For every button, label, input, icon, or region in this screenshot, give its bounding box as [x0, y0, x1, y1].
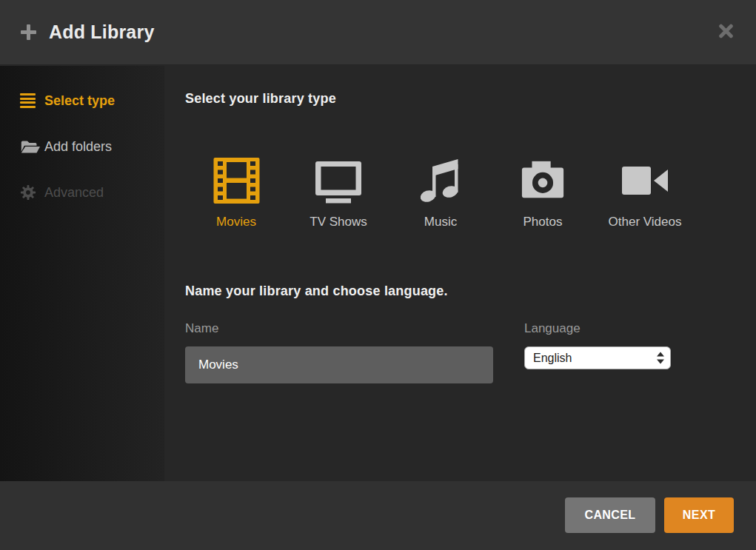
music-note-icon [417, 156, 464, 205]
dialog-footer: CANCEL NEXT [0, 481, 756, 550]
folder-icon [20, 138, 44, 155]
name-language-heading: Name your library and choose language. [185, 284, 448, 299]
wizard-steps-sidebar: Select type Add folders [0, 66, 164, 481]
next-button[interactable]: NEXT [664, 497, 734, 533]
sidebar-item-select-type[interactable]: Select type [0, 78, 164, 124]
library-name-input[interactable] [185, 346, 493, 383]
list-icon [20, 93, 44, 108]
language-select[interactable]: English [524, 346, 671, 369]
sidebar-item-label: Add folders [44, 139, 112, 155]
library-type-label: Other Videos [609, 215, 682, 229]
film-icon [213, 156, 261, 205]
add-library-dialog: Add Library Select type Add folders [0, 0, 756, 550]
tv-icon [314, 156, 363, 205]
library-type-label: TV Shows [310, 215, 367, 229]
gear-icon [20, 184, 44, 201]
library-type-label: Photos [523, 215, 563, 229]
cancel-button[interactable]: CANCEL [565, 497, 655, 533]
library-type-photos[interactable]: Photos [501, 156, 584, 229]
video-camera-icon [620, 156, 669, 205]
language-label: Language [524, 321, 671, 336]
select-type-heading: Select your library type [185, 91, 336, 107]
close-icon[interactable] [717, 23, 734, 39]
dialog-title: Add Library [49, 21, 155, 43]
sidebar-item-label: Select type [44, 93, 115, 109]
language-field-group: Language English [524, 321, 671, 369]
language-selected-value: English [533, 352, 657, 365]
camera-icon [520, 156, 566, 205]
wizard-step-content: Select your library type [164, 66, 756, 481]
sidebar-item-add-folders[interactable]: Add folders [0, 124, 164, 170]
library-type-label: Music [424, 215, 457, 229]
library-type-tv-shows[interactable]: TV Shows [297, 156, 380, 229]
library-type-other-videos[interactable]: Other Videos [603, 156, 686, 229]
sidebar-item-advanced: Advanced [0, 170, 164, 215]
name-field-group: Name [185, 321, 493, 383]
select-stepper-icon [657, 352, 664, 364]
library-type-row: Movies TV Shows [195, 156, 686, 229]
sidebar-item-label: Advanced [44, 185, 104, 201]
library-type-label: Movies [216, 215, 256, 229]
library-type-movies[interactable]: Movies [195, 156, 278, 229]
name-label: Name [185, 321, 493, 336]
plus-icon [21, 24, 36, 40]
dialog-header: Add Library [0, 0, 756, 65]
library-type-music[interactable]: Music [399, 156, 482, 229]
